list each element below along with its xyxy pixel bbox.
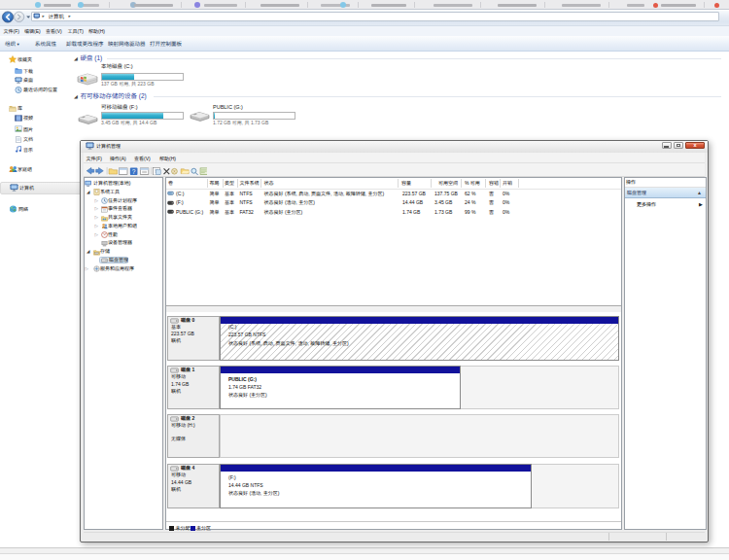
svg-text:?: ?: [132, 167, 136, 174]
